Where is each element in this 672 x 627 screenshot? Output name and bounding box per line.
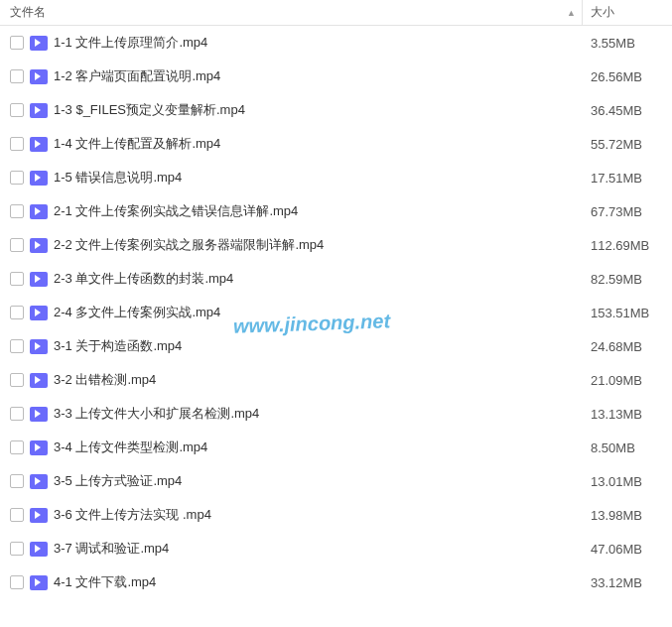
file-name: 3-6 文件上传方法实现 .mp4 — [54, 506, 211, 524]
file-size: 13.01MB — [583, 474, 672, 489]
file-size: 21.09MB — [583, 373, 672, 388]
file-name: 3-5 上传方式验证.mp4 — [54, 472, 182, 490]
file-name-cell: 3-3 上传文件大小和扩展名检测.mp4 — [0, 405, 583, 423]
video-file-icon — [30, 407, 48, 422]
table-header: 文件名 ▲ 大小 — [0, 0, 672, 26]
file-name-cell: 1-5 错误信息说明.mp4 — [0, 169, 583, 187]
file-size: 13.13MB — [583, 407, 672, 422]
file-name: 4-1 文件下载.mp4 — [54, 573, 156, 591]
file-size: 13.98MB — [583, 508, 672, 523]
row-checkbox[interactable] — [10, 137, 24, 151]
file-size: 17.51MB — [583, 171, 672, 186]
file-name: 1-2 客户端页面配置说明.mp4 — [54, 67, 220, 85]
table-row[interactable]: 3-3 上传文件大小和扩展名检测.mp413.13MB — [0, 397, 672, 431]
table-row[interactable]: 2-1 文件上传案例实战之错误信息详解.mp467.73MB — [0, 194, 672, 228]
video-file-icon — [30, 542, 48, 557]
row-checkbox[interactable] — [10, 508, 24, 522]
file-name: 1-3 $_FILES预定义变量解析.mp4 — [54, 101, 245, 119]
table-row[interactable]: 1-3 $_FILES预定义变量解析.mp436.45MB — [0, 93, 672, 127]
video-file-icon — [30, 204, 48, 219]
sort-ascending-icon: ▲ — [567, 8, 576, 18]
video-file-icon — [30, 137, 48, 152]
table-row[interactable]: 1-1 文件上传原理简介.mp43.55MB — [0, 26, 672, 60]
file-size: 33.12MB — [583, 575, 672, 590]
row-checkbox[interactable] — [10, 171, 24, 185]
table-row[interactable]: 2-2 文件上传案例实战之服务器端限制详解.mp4112.69MB — [0, 228, 672, 262]
video-file-icon — [30, 474, 48, 489]
table-row[interactable]: 1-4 文件上传配置及解析.mp455.72MB — [0, 127, 672, 161]
table-row[interactable]: 1-2 客户端页面配置说明.mp426.56MB — [0, 60, 672, 93]
table-row[interactable]: 3-6 文件上传方法实现 .mp413.98MB — [0, 498, 672, 532]
video-file-icon — [30, 36, 48, 51]
file-name: 2-1 文件上传案例实战之错误信息详解.mp4 — [54, 202, 298, 220]
file-name-cell: 3-5 上传方式验证.mp4 — [0, 472, 583, 490]
file-table: 文件名 ▲ 大小 1-1 文件上传原理简介.mp43.55MB1-2 客户端页面… — [0, 0, 672, 599]
file-name-cell: 1-1 文件上传原理简介.mp4 — [0, 34, 583, 52]
file-name-cell: 2-3 单文件上传函数的封装.mp4 — [0, 270, 583, 288]
file-size: 82.59MB — [583, 272, 672, 287]
table-row[interactable]: 3-1 关于构造函数.mp424.68MB — [0, 329, 672, 363]
file-name-cell: 2-2 文件上传案例实战之服务器端限制详解.mp4 — [0, 236, 583, 254]
file-name: 2-4 多文件上传案例实战.mp4 — [54, 304, 220, 321]
table-row[interactable]: 3-7 调试和验证.mp447.06MB — [0, 532, 672, 565]
table-row[interactable]: 1-5 错误信息说明.mp417.51MB — [0, 161, 672, 194]
file-name: 1-4 文件上传配置及解析.mp4 — [54, 135, 220, 153]
video-file-icon — [30, 103, 48, 118]
file-name-cell: 2-4 多文件上传案例实战.mp4 — [0, 304, 583, 321]
table-row[interactable]: 4-1 文件下载.mp433.12MB — [0, 565, 672, 599]
video-file-icon — [30, 575, 48, 590]
file-name-cell: 3-1 关于构造函数.mp4 — [0, 337, 583, 355]
file-size: 55.72MB — [583, 137, 672, 152]
video-file-icon — [30, 373, 48, 388]
row-checkbox[interactable] — [10, 407, 24, 421]
file-name-cell: 1-2 客户端页面配置说明.mp4 — [0, 67, 583, 85]
table-row[interactable]: 2-3 单文件上传函数的封装.mp482.59MB — [0, 262, 672, 296]
row-checkbox[interactable] — [10, 272, 24, 286]
column-name-label: 文件名 — [10, 4, 46, 21]
video-file-icon — [30, 306, 48, 320]
row-checkbox[interactable] — [10, 542, 24, 556]
row-checkbox[interactable] — [10, 36, 24, 50]
row-checkbox[interactable] — [10, 238, 24, 252]
row-checkbox[interactable] — [10, 306, 24, 319]
file-name-cell: 3-7 调试和验证.mp4 — [0, 540, 583, 558]
file-name: 1-1 文件上传原理简介.mp4 — [54, 34, 207, 52]
file-name: 2-3 单文件上传函数的封装.mp4 — [54, 270, 233, 288]
file-size: 24.68MB — [583, 339, 672, 354]
row-checkbox[interactable] — [10, 204, 24, 218]
row-checkbox[interactable] — [10, 373, 24, 387]
row-checkbox[interactable] — [10, 69, 24, 83]
table-row[interactable]: 3-5 上传方式验证.mp413.01MB — [0, 464, 672, 498]
video-file-icon — [30, 339, 48, 354]
row-checkbox[interactable] — [10, 339, 24, 353]
file-name-cell: 1-3 $_FILES预定义变量解析.mp4 — [0, 101, 583, 119]
column-size-label: 大小 — [591, 4, 614, 21]
video-file-icon — [30, 69, 48, 84]
file-size: 26.56MB — [583, 69, 672, 84]
file-size: 36.45MB — [583, 103, 672, 118]
file-name: 3-7 调试和验证.mp4 — [54, 540, 169, 558]
video-file-icon — [30, 238, 48, 253]
file-size: 47.06MB — [583, 542, 672, 557]
file-size: 8.50MB — [583, 440, 672, 455]
video-file-icon — [30, 272, 48, 287]
row-checkbox[interactable] — [10, 575, 24, 589]
row-checkbox[interactable] — [10, 474, 24, 488]
file-size: 67.73MB — [583, 204, 672, 219]
column-header-name[interactable]: 文件名 ▲ — [0, 0, 583, 25]
row-checkbox[interactable] — [10, 440, 24, 454]
video-file-icon — [30, 508, 48, 523]
file-name: 3-2 出错检测.mp4 — [54, 371, 156, 389]
file-name: 3-1 关于构造函数.mp4 — [54, 337, 182, 355]
video-file-icon — [30, 440, 48, 455]
table-row[interactable]: 3-4 上传文件类型检测.mp48.50MB — [0, 431, 672, 464]
file-rows: 1-1 文件上传原理简介.mp43.55MB1-2 客户端页面配置说明.mp42… — [0, 26, 672, 599]
column-header-size[interactable]: 大小 — [583, 0, 672, 25]
file-name-cell: 4-1 文件下载.mp4 — [0, 573, 583, 591]
table-row[interactable]: 3-2 出错检测.mp421.09MB — [0, 363, 672, 397]
file-name: 3-3 上传文件大小和扩展名检测.mp4 — [54, 405, 259, 423]
table-row[interactable]: 2-4 多文件上传案例实战.mp4153.51MB — [0, 296, 672, 329]
file-size: 112.69MB — [583, 238, 672, 253]
file-size: 153.51MB — [583, 306, 672, 320]
row-checkbox[interactable] — [10, 103, 24, 117]
